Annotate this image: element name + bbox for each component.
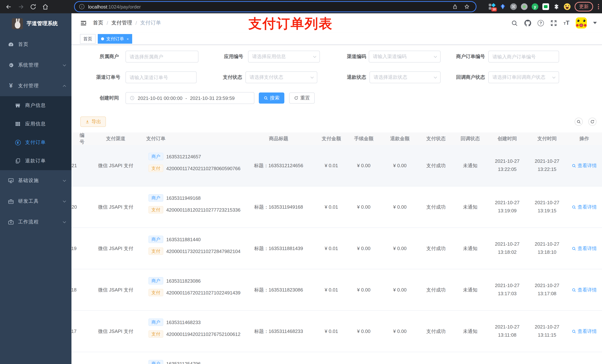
active-dot	[101, 37, 104, 40]
export-button[interactable]: 导出	[80, 116, 106, 127]
notify-status-select[interactable]: 请选择订单回调商户状态	[488, 71, 559, 83]
sidebar-item-refund-order[interactable]: 退款订单	[0, 152, 71, 170]
view-detail-link[interactable]: 查看详情	[572, 204, 597, 210]
reload-icon[interactable]	[30, 3, 37, 10]
tab-pay-order[interactable]: 支付订单 ×	[98, 34, 132, 44]
action-cell: 查看详情	[567, 204, 602, 210]
column-header: 支付状态	[418, 135, 453, 142]
back-icon[interactable]	[5, 3, 12, 10]
home-icon[interactable]	[42, 3, 49, 10]
puzzle-extensions-icon[interactable]	[553, 3, 560, 10]
refresh-table-button[interactable]	[588, 118, 596, 126]
table-row[interactable]: 121 微信 JSAPI 支付 商户 1635312124657 支付 4200…	[71, 145, 602, 187]
reset-button[interactable]: 重置	[289, 93, 315, 104]
sidebar-item-pay-order[interactable]: ¥ 支付订单	[0, 133, 71, 152]
sidebar-item-app-info[interactable]: 应用信息	[0, 115, 71, 133]
avatar-caret-icon[interactable]	[593, 22, 597, 26]
pay-channel-cell: 微信 JSAPI 支付	[89, 245, 142, 252]
collapse-sidebar-icon[interactable]	[80, 20, 87, 26]
action-cell: 查看详情	[567, 162, 602, 169]
search-button[interactable]: 搜索	[259, 93, 284, 104]
product-title-cell: 标题：1635311468233	[241, 328, 317, 335]
merchant-input[interactable]	[126, 51, 198, 62]
table-row[interactable]: 118 微信 JSAPI 支付 商户 1635311823086 支付 4200…	[71, 269, 602, 311]
browser-update-button[interactable]: 更新	[575, 2, 593, 11]
view-detail-link[interactable]: 查看详情	[572, 328, 597, 335]
recorder-extension-icon[interactable]	[521, 3, 527, 10]
extension-badge: 10	[491, 7, 497, 11]
forward-icon[interactable]	[17, 3, 24, 10]
url-text[interactable]: localhost:1024/pay/order	[88, 4, 452, 10]
chat-extension-icon[interactable]	[542, 3, 549, 10]
search-icon[interactable]	[511, 20, 518, 26]
pay-tag: 支付	[149, 330, 163, 338]
search-icon	[572, 329, 576, 333]
url-bar[interactable]: i localhost:1024/pay/order	[74, 1, 476, 12]
channel-code-select[interactable]: 请输入渠道编码	[369, 51, 441, 62]
extension-grid-icon[interactable]: 10	[489, 3, 495, 10]
create-time-cell: 2021-10-2713:17:03	[487, 283, 527, 297]
refund-status-select[interactable]: 请选择退款状态	[369, 71, 441, 83]
chevron-down-icon	[434, 75, 437, 78]
pay-channel-cell: 微信 JSAPI 支付	[89, 204, 142, 210]
site-info-icon[interactable]: i	[79, 4, 85, 9]
pay-time-cell: 2021-10-2713:18:10	[527, 241, 567, 255]
tab-home[interactable]: 首页	[80, 34, 96, 44]
pay-status-cell: 支付成功	[418, 162, 453, 169]
sidebar-item-devtool[interactable]: 研发工具	[0, 191, 71, 212]
breadcrumb-pay[interactable]: 支付管理	[111, 20, 132, 26]
avatar[interactable]	[576, 17, 587, 29]
pay-status-cell: 支付成功	[418, 204, 453, 210]
command-extension-icon[interactable]: ⌘	[510, 3, 517, 10]
merchant-order-no-input[interactable]	[488, 51, 559, 62]
merchant-order-no: 1635311823086	[166, 278, 201, 283]
create-time-cell: 2021-10-2713:22:05	[487, 159, 527, 172]
orders-table: 编号支付渠道支付订单商品标题支付金额手续金额退款金额支付状态回调状态创建时间支付…	[71, 132, 602, 364]
yuque-extension-icon[interactable]: y	[532, 3, 538, 10]
search-icon	[572, 205, 576, 209]
sidebar-item-pay[interactable]: ¥ 支付管理	[0, 75, 71, 96]
table-row[interactable]: 120 微信 JSAPI 支付 商户 1635311949168 支付 4200…	[71, 187, 602, 228]
fee-amount-cell: ¥ 0.00	[346, 246, 381, 251]
table-row[interactable]: 117 微信 JSAPI 支付 商户 1635311468233 支付 4200…	[71, 311, 602, 352]
sidebar-item-merchant-info[interactable]: 商户信息	[0, 96, 71, 115]
emoji-extension-icon[interactable]	[564, 3, 570, 10]
share-icon[interactable]	[452, 4, 458, 10]
breadcrumb-home[interactable]: 首页	[93, 20, 103, 26]
create-time-range-picker[interactable]: 2021-10-01 00:00:00 - 2021-10-31 23:59:5…	[126, 92, 254, 104]
help-icon[interactable]: ?	[538, 20, 544, 26]
pay-channel-cell: 微信 JSAPI 支付	[89, 162, 142, 169]
kite-extension-icon[interactable]	[499, 3, 506, 10]
logo-image	[12, 18, 23, 29]
font-size-icon[interactable]: TT	[563, 20, 570, 26]
pay-order-cell: 商户 1635311881440 支付 42000011732021102728…	[142, 228, 241, 269]
sidebar-item-home[interactable]: 首页	[0, 34, 71, 55]
table-row[interactable]: 商户 1635311254796	[71, 352, 602, 364]
screen: i localhost:1024/pay/order 10 ⌘ y 更	[0, 0, 602, 364]
view-detail-link[interactable]: 查看详情	[572, 287, 597, 293]
fullscreen-icon[interactable]	[550, 20, 557, 26]
chevron-down-icon	[63, 178, 66, 182]
chevron-down-icon	[552, 75, 556, 78]
column-header: 支付时间	[527, 135, 567, 142]
bookmark-star-icon[interactable]	[464, 4, 470, 10]
sidebar-item-infra[interactable]: 基础设施	[0, 170, 71, 191]
documents-icon	[15, 158, 21, 164]
view-detail-link[interactable]: 查看详情	[572, 162, 597, 169]
pay-status-select[interactable]: 请选择支付状态	[246, 71, 317, 83]
toolbox-icon	[8, 198, 14, 204]
pay-submenu: 商户信息 应用信息 ¥ 支付订单 退款订单	[0, 96, 71, 170]
column-header: 商品标题	[241, 135, 317, 142]
show-search-button[interactable]	[575, 118, 583, 126]
github-icon[interactable]	[524, 20, 531, 26]
sidebar-item-workflow[interactable]: 工作流程	[0, 212, 71, 232]
view-detail-link[interactable]: 查看详情	[572, 245, 597, 252]
table-row[interactable]: 119 微信 JSAPI 支付 商户 1635311881440 支付 4200…	[71, 228, 602, 269]
gear-icon	[8, 62, 14, 68]
sidebar-item-system[interactable]: 系统管理	[0, 55, 71, 75]
close-tab-icon[interactable]: ×	[127, 37, 129, 41]
channel-order-no-input[interactable]	[126, 71, 197, 83]
app-logo[interactable]: 芋道管理系统	[0, 13, 71, 34]
browser-menu-icon[interactable]	[597, 4, 600, 9]
app-id-select[interactable]: 请选择应用信息	[248, 51, 320, 62]
